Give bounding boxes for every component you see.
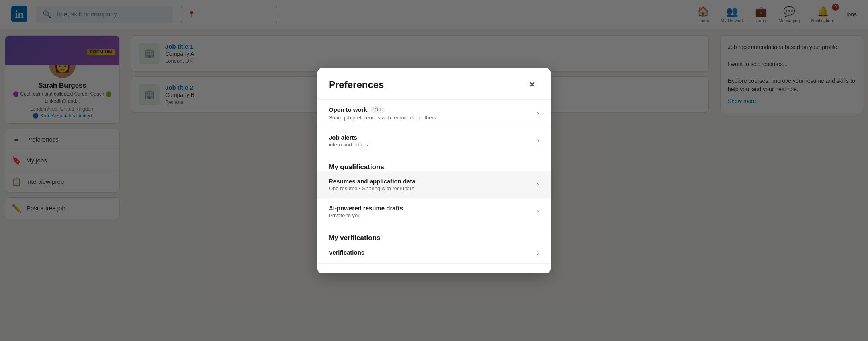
resumes-info: Resumes and application data One resume …	[329, 178, 532, 191]
job-alerts-subtitle: intern and others	[329, 142, 532, 148]
verifications-item[interactable]: Verifications ›	[317, 242, 551, 264]
open-to-work-info: Open to work Off Share job preferences w…	[329, 106, 532, 121]
ai-resume-info: AI-powered resume drafts Private to you	[329, 205, 532, 218]
job-alerts-item[interactable]: Job alerts intern and others ›	[317, 127, 551, 154]
preferences-modal: Preferences ✕ Open to work Off Share job…	[317, 68, 551, 273]
my-qualifications-section-title: My qualifications	[317, 154, 551, 171]
resumes-title: Resumes and application data	[329, 178, 532, 185]
resumes-arrow-icon: ›	[537, 180, 539, 189]
modal-title: Preferences	[329, 79, 384, 90]
open-to-work-title-row: Open to work Off	[329, 106, 532, 114]
verifications-info: Verifications	[329, 249, 532, 257]
job-alerts-title: Job alerts	[329, 134, 532, 141]
resumes-application-data-item[interactable]: Resumes and application data One resume …	[317, 171, 551, 198]
ai-resume-subtitle: Private to you	[329, 212, 532, 218]
open-to-work-subtitle: Share job preferences with recruiters or…	[329, 115, 532, 121]
ai-resume-drafts-item[interactable]: AI-powered resume drafts Private to you …	[317, 198, 551, 225]
ai-resume-arrow-icon: ›	[537, 207, 539, 216]
verifications-title: Verifications	[329, 249, 532, 256]
job-alerts-info: Job alerts intern and others	[329, 134, 532, 148]
modal-overlay[interactable]: Preferences ✕ Open to work Off Share job…	[0, 0, 868, 341]
my-verifications-section-title: My verifications	[317, 225, 551, 242]
modal-close-button[interactable]: ✕	[525, 78, 539, 92]
ai-resume-title: AI-powered resume drafts	[329, 205, 532, 212]
verifications-arrow-icon: ›	[537, 249, 539, 257]
job-alerts-arrow-icon: ›	[537, 136, 539, 145]
open-to-work-item[interactable]: Open to work Off Share job preferences w…	[317, 100, 551, 127]
modal-header: Preferences ✕	[317, 68, 551, 100]
open-to-work-title: Open to work	[329, 106, 367, 113]
open-to-work-arrow-icon: ›	[537, 109, 539, 117]
resumes-subtitle: One resume • Sharing with recruiters	[329, 185, 532, 191]
open-to-work-badge: Off	[371, 106, 385, 113]
